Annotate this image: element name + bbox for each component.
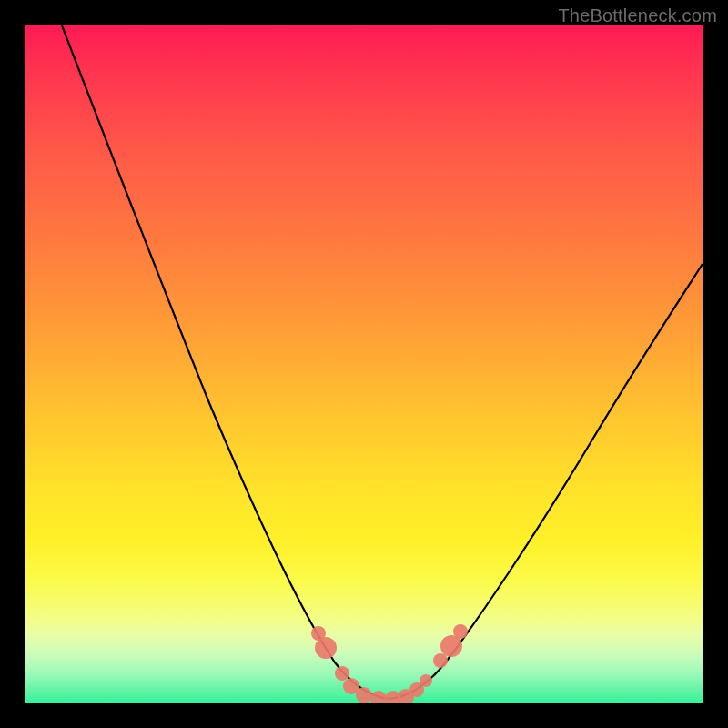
svg-point-5 xyxy=(370,691,387,703)
curve-right xyxy=(389,264,703,699)
watermark-text: TheBottleneck.com xyxy=(558,5,717,26)
svg-point-12 xyxy=(453,624,468,639)
plot-area xyxy=(25,25,703,703)
curve-left xyxy=(62,25,389,699)
svg-point-10 xyxy=(433,653,448,668)
bottleneck-curve xyxy=(25,25,703,703)
chart-frame: TheBottleneck.com xyxy=(0,0,728,728)
svg-point-2 xyxy=(335,666,349,681)
svg-point-9 xyxy=(420,674,432,687)
svg-point-1 xyxy=(315,637,337,659)
